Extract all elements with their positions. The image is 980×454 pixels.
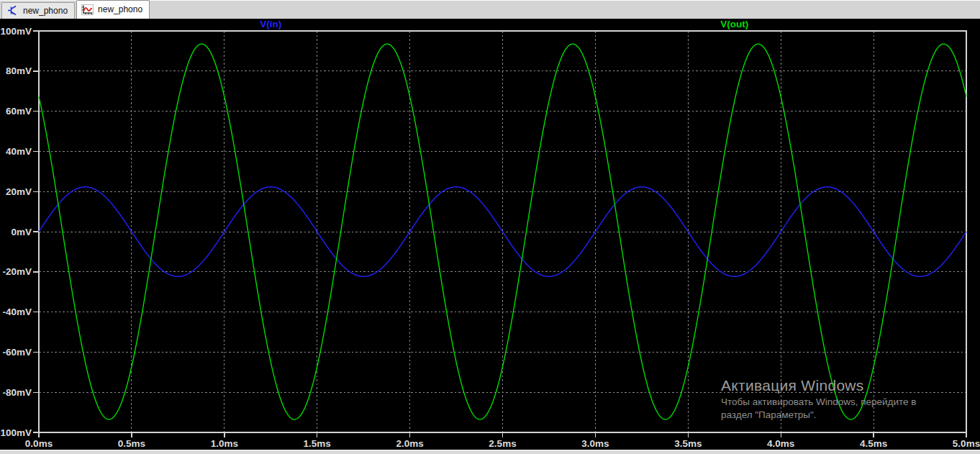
x-axis-tick-label: 4.5ms (860, 438, 887, 449)
x-axis-tick-label: 1.0ms (211, 438, 238, 449)
x-axis-tick-label: 2.5ms (489, 438, 516, 449)
y-axis-tick-label: 0mV (11, 227, 32, 237)
y-axis-tick-label: -40mV (2, 307, 32, 317)
x-axis-tick-label: 4.0ms (767, 438, 794, 449)
window-bottom-edge (0, 450, 980, 454)
x-axis-tick-label: 0.0ms (25, 438, 53, 449)
y-axis-tick-label: -20mV (2, 266, 32, 277)
tab-bar: new_phono new_pho (0, 0, 980, 19)
x-axis-tick-label: 1.5ms (304, 438, 331, 449)
tab-schematic[interactable]: new_phono (1, 2, 75, 19)
schematic-icon (6, 5, 19, 16)
y-axis-tick-label: 20mV (6, 186, 32, 197)
tab-label: new_phono (23, 6, 68, 16)
y-axis-tick-label: 60mV (6, 106, 32, 117)
waveform-plot-pane[interactable]: 100mV80mV60mV40mV20mV0mV-20mV-40mV-60mV-… (0, 19, 980, 450)
tab-label: new_phono (98, 4, 142, 14)
y-axis-tick-label: -100mV (0, 427, 32, 438)
plot-canvas[interactable]: 100mV80mV60mV40mV20mV0mV-20mV-40mV-60mV-… (0, 19, 980, 450)
x-axis-tick-label: 0.5ms (118, 438, 145, 449)
x-axis-tick-label: 2.0ms (396, 438, 423, 449)
legend-label-vout[interactable]: V(out) (720, 19, 748, 29)
y-axis-tick-label: -80mV (2, 387, 32, 398)
x-axis-tick-label: 5.0ms (953, 438, 980, 449)
waveform-viewer-window: new_phono new_pho (0, 0, 980, 454)
y-axis-tick-label: 100mV (0, 26, 32, 37)
y-axis-tick-label: 80mV (6, 65, 32, 76)
tab-waveform[interactable]: new_phono (76, 0, 150, 19)
y-axis-tick-label: -60mV (2, 347, 32, 358)
y-axis-tick-label: 40mV (6, 146, 32, 157)
x-axis-tick-label: 3.0ms (581, 438, 609, 449)
x-axis-tick-label: 3.5ms (674, 438, 702, 449)
waveform-icon (81, 4, 94, 15)
legend-label-vin[interactable]: V(in) (260, 19, 281, 29)
